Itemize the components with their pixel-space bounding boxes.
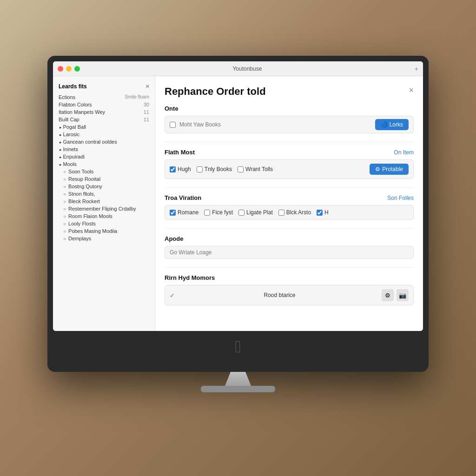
sidebar-item-flabton[interactable]: Flabton Colors 30 [53,101,155,108]
section-flath-most-checkboxes: Hugh Tnly Books Wrant Tolls [165,159,414,179]
sidebar-item-ininets[interactable]: Ininets [53,145,155,153]
checkbox-item-ligate[interactable]: Ligate Plat [238,209,273,216]
sidebar-item-pobes[interactable]: Pobes Masing Modiia [53,227,155,235]
sidebar-item-bostng[interactable]: Bostng Qutony [53,183,155,190]
monitor-stand-base [201,386,275,392]
sidebar-item-built-label: Built Cap [59,117,79,122]
section-rirn-hyd-label: Rirn Hyd Momors [165,274,215,281]
protable-icon: ⚙ [375,166,380,172]
section-onte-input-row: 🔵 Lorks [165,116,414,133]
sidebar-item-flabton-label: Flabton Colors [59,102,92,107]
checkbox-ligate[interactable] [238,210,245,216]
sidebar-item-gancean[interactable]: Gancean contral ooldes [53,138,155,145]
checkbox-item-romane[interactable]: Romane [170,209,198,216]
sidebar-item-pogal[interactable]: Pogal Ball [53,123,155,131]
onte-checkbox[interactable] [170,122,176,128]
dialog-title: Rephance Order told [165,86,266,98]
main-panel: Rephance Order told × Onte 🔵 [155,76,423,331]
section-onte: Onte 🔵 Lorks [165,105,414,133]
sidebar-item-itation-label: Itation Manpets Wey [59,109,105,115]
checkbox-item-hugh[interactable]: Hugh [170,166,191,172]
section-apode-label: Apode [165,235,183,242]
result-check-icon: ✓ [170,292,175,299]
checkbox-item-tnly[interactable]: Tnly Books [197,166,232,172]
checkbox-hugh[interactable] [170,166,176,172]
sidebar-item-larosic[interactable]: Larosic [53,131,155,138]
section-rirn-hyd-result-row: ✓ Rood btarice ⚙ 📷 [165,285,414,305]
section-apode-input-row [165,246,414,259]
sidebar-item-built[interactable]: Built Cap 11 [53,116,155,123]
dialog-header: Rephance Order told × [165,86,414,98]
divider-1 [165,142,414,142]
checkbox-wrant-label: Wrant Tolls [245,166,273,172]
camera-button[interactable]: 📷 [397,289,409,301]
traffic-light-yellow[interactable] [66,66,72,72]
onte-text-input[interactable] [179,121,371,128]
onte-lookup-button[interactable]: 🔵 Lorks [375,119,409,130]
traffic-light-green[interactable] [74,66,80,72]
section-rirn-hyd: Rirn Hyd Momors ✓ Rood btarice ⚙ 📷 [165,274,414,305]
checkbox-h[interactable] [317,210,323,216]
checkbox-romane[interactable] [170,210,176,216]
checkbox-item-wrant[interactable]: Wrant Tolls [238,166,273,172]
sidebar-close-button[interactable]: × [145,83,149,90]
sidebar-item-stnon[interactable]: Stnon fltols, [53,190,155,198]
monitor: Youtonbuse + Leards fits × Ections Smite… [47,56,429,372]
window-plus-button[interactable]: + [415,65,418,73]
onte-button-label: Lorks [390,121,403,128]
checkbox-hugh-label: Hugh [178,166,191,172]
window-title: Youtonbuse [83,66,412,72]
section-onte-header: Onte [165,105,414,112]
section-troa-viration-label: Troa Viration [165,194,201,201]
section-onte-label: Onte [165,105,178,112]
checkbox-item-h[interactable]: H [317,209,329,216]
section-troa-viration-link[interactable]: Son Folles [387,195,414,201]
sidebar-item-flabton-count: 30 [144,102,149,107]
checkbox-fice-label: Fice fyst [212,209,233,216]
checkbox-wrant[interactable] [238,166,244,172]
apode-text-input[interactable] [170,249,409,256]
sidebar-item-room[interactable]: Room Flaion Mools [53,212,155,220]
app-body: Leards fits × Ections Smite floam Flabto… [53,76,423,331]
sidebar-item-ections[interactable]: Ections Smite floam [53,93,155,101]
sidebar-item-soon[interactable]: Soon Tools [53,168,155,175]
checkbox-tnly[interactable] [197,166,203,172]
monitor-chin:  [53,331,423,363]
sidebar-item-restemember[interactable]: Restemember Fliping Crdalby [53,205,155,212]
checkbox-blck[interactable] [278,210,284,216]
sidebar-item-looly[interactable]: Looly Flosts [53,220,155,227]
sidebar-item-mools[interactable]: Mools [53,160,155,168]
sidebar-item-ections-label: Ections [59,94,75,100]
sidebar: Leards fits × Ections Smite floam Flabto… [53,76,155,331]
divider-2 [165,187,414,188]
checkbox-fice[interactable] [204,210,210,216]
sidebar-item-demplays[interactable]: Demplays [53,235,155,242]
section-flath-most-label: Flath Most [165,149,195,156]
checkbox-item-fice[interactable]: Fice fyst [204,209,233,216]
checkbox-romane-label: Romane [178,209,198,216]
traffic-light-red[interactable] [58,66,63,72]
result-actions: ⚙ 📷 [382,289,409,301]
gear-icon: ⚙ [385,292,390,299]
protable-label: Protable [382,166,403,172]
gear-button[interactable]: ⚙ [382,289,394,301]
sidebar-item-bleck[interactable]: Bleck Rockert [53,198,155,205]
sidebar-header: Leards fits × [53,81,155,93]
result-text: Rood btarice [264,292,295,298]
checkbox-h-label: H [324,209,329,216]
sidebar-item-itation-count: 11 [144,109,149,115]
sidebar-item-itation[interactable]: Itation Manpets Wey 11 [53,108,155,116]
sidebar-item-enpuiradi[interactable]: Enpuiradi [53,153,155,160]
protable-button[interactable]: ⚙ Protable [370,164,409,175]
monitor-screen: Youtonbuse + Leards fits × Ections Smite… [53,61,423,331]
section-flath-most-header: Flath Most On Item [165,149,414,156]
checkbox-blck-label: Blck Arsto [286,209,311,216]
apple-logo:  [235,337,241,357]
checkbox-item-blck[interactable]: Blck Arsto [278,209,311,216]
window-titlebar: Youtonbuse + [53,61,423,76]
sidebar-item-resup[interactable]: Resup Rooital [53,175,155,183]
section-flath-most-link[interactable]: On Item [394,149,414,156]
dialog-close-button[interactable]: × [409,86,414,95]
sidebar-item-ections-sub: Smite floam [125,94,149,100]
section-flath-most: Flath Most On Item Hugh Tnly Books [165,149,414,179]
